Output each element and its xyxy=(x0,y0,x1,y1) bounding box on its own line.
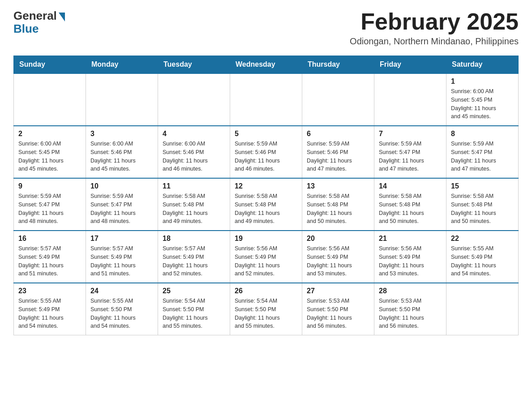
day-info: Sunrise: 6:00 AMSunset: 5:46 PMDaylight:… xyxy=(90,140,153,173)
calendar-cell: 11Sunrise: 5:58 AMSunset: 5:48 PMDayligh… xyxy=(158,178,230,231)
calendar-cell: 8Sunrise: 5:59 AMSunset: 5:47 PMDaylight… xyxy=(446,126,519,178)
day-number: 10 xyxy=(90,182,153,190)
calendar-header-tuesday: Tuesday xyxy=(158,56,230,74)
calendar-cell: 2Sunrise: 6:00 AMSunset: 5:45 PMDaylight… xyxy=(14,126,86,178)
day-info: Sunrise: 5:56 AMSunset: 5:49 PMDaylight:… xyxy=(379,244,442,278)
day-info: Sunrise: 5:57 AMSunset: 5:49 PMDaylight:… xyxy=(90,244,153,278)
calendar-cell: 7Sunrise: 5:59 AMSunset: 5:47 PMDaylight… xyxy=(374,126,446,178)
calendar-cell: 4Sunrise: 6:00 AMSunset: 5:46 PMDaylight… xyxy=(158,126,230,178)
day-info: Sunrise: 5:59 AMSunset: 5:47 PMDaylight:… xyxy=(90,192,153,226)
day-number: 3 xyxy=(90,130,153,138)
calendar-cell: 22Sunrise: 5:55 AMSunset: 5:49 PMDayligh… xyxy=(446,231,519,283)
day-number: 21 xyxy=(379,235,442,243)
logo-blue-text: Blue xyxy=(13,22,39,36)
day-number: 20 xyxy=(307,235,369,243)
day-number: 14 xyxy=(379,182,442,190)
calendar-cell xyxy=(86,73,158,126)
day-number: 6 xyxy=(307,130,369,138)
day-info: Sunrise: 5:54 AMSunset: 5:50 PMDaylight:… xyxy=(235,297,297,330)
title-block: February 2025 Odiongan, Northern Mindana… xyxy=(350,9,519,47)
day-number: 4 xyxy=(163,130,225,138)
day-number: 27 xyxy=(307,287,369,295)
day-number: 5 xyxy=(235,130,297,138)
calendar-cell: 21Sunrise: 5:56 AMSunset: 5:49 PMDayligh… xyxy=(374,231,446,283)
calendar-cell: 27Sunrise: 5:53 AMSunset: 5:50 PMDayligh… xyxy=(302,283,374,335)
calendar-cell: 14Sunrise: 5:58 AMSunset: 5:48 PMDayligh… xyxy=(374,178,446,231)
calendar-cell: 6Sunrise: 5:59 AMSunset: 5:46 PMDaylight… xyxy=(302,126,374,178)
day-number: 28 xyxy=(379,287,442,295)
calendar-header-monday: Monday xyxy=(86,56,158,74)
page-header: General Blue February 2025 Odiongan, Nor… xyxy=(13,9,519,47)
calendar-cell: 3Sunrise: 6:00 AMSunset: 5:46 PMDaylight… xyxy=(86,126,158,178)
calendar-cell xyxy=(230,73,302,126)
calendar-cell: 25Sunrise: 5:54 AMSunset: 5:50 PMDayligh… xyxy=(158,283,230,335)
calendar-cell: 12Sunrise: 5:58 AMSunset: 5:48 PMDayligh… xyxy=(230,178,302,231)
day-info: Sunrise: 5:59 AMSunset: 5:46 PMDaylight:… xyxy=(235,140,297,173)
calendar-header-wednesday: Wednesday xyxy=(230,56,302,74)
day-number: 18 xyxy=(163,235,225,243)
day-number: 11 xyxy=(163,182,225,190)
day-info: Sunrise: 5:55 AMSunset: 5:49 PMDaylight:… xyxy=(18,297,81,330)
day-number: 9 xyxy=(18,182,81,190)
week-row-3: 9Sunrise: 5:59 AMSunset: 5:47 PMDaylight… xyxy=(14,178,519,231)
calendar-cell: 23Sunrise: 5:55 AMSunset: 5:49 PMDayligh… xyxy=(14,283,86,335)
calendar-cell: 5Sunrise: 5:59 AMSunset: 5:46 PMDaylight… xyxy=(230,126,302,178)
calendar-cell xyxy=(446,283,519,335)
day-info: Sunrise: 5:56 AMSunset: 5:49 PMDaylight:… xyxy=(235,244,297,278)
calendar-cell: 20Sunrise: 5:56 AMSunset: 5:49 PMDayligh… xyxy=(302,231,374,283)
calendar-cell xyxy=(158,73,230,126)
week-row-2: 2Sunrise: 6:00 AMSunset: 5:45 PMDaylight… xyxy=(14,126,519,178)
calendar-table: SundayMondayTuesdayWednesdayThursdayFrid… xyxy=(13,56,519,335)
calendar-cell: 17Sunrise: 5:57 AMSunset: 5:49 PMDayligh… xyxy=(86,231,158,283)
day-info: Sunrise: 5:58 AMSunset: 5:48 PMDaylight:… xyxy=(451,192,514,226)
calendar-cell xyxy=(14,73,86,126)
calendar-header-thursday: Thursday xyxy=(302,56,374,74)
calendar-cell: 1Sunrise: 6:00 AMSunset: 5:45 PMDaylight… xyxy=(446,73,519,126)
calendar-cell: 9Sunrise: 5:59 AMSunset: 5:47 PMDaylight… xyxy=(14,178,86,231)
day-info: Sunrise: 5:59 AMSunset: 5:46 PMDaylight:… xyxy=(307,140,369,173)
calendar-title: February 2025 xyxy=(350,9,519,34)
logo-arrow-icon xyxy=(59,13,65,21)
day-number: 2 xyxy=(18,130,81,138)
calendar-cell xyxy=(302,73,374,126)
calendar-cell: 15Sunrise: 5:58 AMSunset: 5:48 PMDayligh… xyxy=(446,178,519,231)
day-info: Sunrise: 5:57 AMSunset: 5:49 PMDaylight:… xyxy=(163,244,225,278)
day-info: Sunrise: 5:59 AMSunset: 5:47 PMDaylight:… xyxy=(451,140,514,173)
day-info: Sunrise: 5:57 AMSunset: 5:49 PMDaylight:… xyxy=(18,244,81,278)
calendar-header-sunday: Sunday xyxy=(14,56,86,74)
calendar-header-saturday: Saturday xyxy=(446,56,519,74)
day-number: 22 xyxy=(451,235,514,243)
day-info: Sunrise: 5:58 AMSunset: 5:48 PMDaylight:… xyxy=(235,192,297,226)
calendar-cell: 16Sunrise: 5:57 AMSunset: 5:49 PMDayligh… xyxy=(14,231,86,283)
logo: General Blue xyxy=(13,9,65,36)
calendar-header-friday: Friday xyxy=(374,56,446,74)
calendar-cell xyxy=(374,73,446,126)
day-info: Sunrise: 5:58 AMSunset: 5:48 PMDaylight:… xyxy=(379,192,442,226)
calendar-cell: 13Sunrise: 5:58 AMSunset: 5:48 PMDayligh… xyxy=(302,178,374,231)
day-info: Sunrise: 5:58 AMSunset: 5:48 PMDaylight:… xyxy=(307,192,369,226)
day-number: 19 xyxy=(235,235,297,243)
day-info: Sunrise: 5:56 AMSunset: 5:49 PMDaylight:… xyxy=(307,244,369,278)
logo-general-text: General xyxy=(13,9,57,23)
day-number: 25 xyxy=(163,287,225,295)
calendar-subtitle: Odiongan, Northern Mindanao, Philippines xyxy=(350,36,519,47)
week-row-4: 16Sunrise: 5:57 AMSunset: 5:49 PMDayligh… xyxy=(14,231,519,283)
calendar-cell: 10Sunrise: 5:59 AMSunset: 5:47 PMDayligh… xyxy=(86,178,158,231)
day-info: Sunrise: 5:53 AMSunset: 5:50 PMDaylight:… xyxy=(307,297,369,330)
day-number: 24 xyxy=(90,287,153,295)
day-info: Sunrise: 5:53 AMSunset: 5:50 PMDaylight:… xyxy=(379,297,442,330)
day-info: Sunrise: 6:00 AMSunset: 5:45 PMDaylight:… xyxy=(18,140,81,173)
day-number: 23 xyxy=(18,287,81,295)
day-info: Sunrise: 6:00 AMSunset: 5:46 PMDaylight:… xyxy=(163,140,225,173)
day-number: 16 xyxy=(18,235,81,243)
day-number: 17 xyxy=(90,235,153,243)
calendar-header-row: SundayMondayTuesdayWednesdayThursdayFrid… xyxy=(14,56,519,74)
day-info: Sunrise: 5:55 AMSunset: 5:49 PMDaylight:… xyxy=(451,244,514,278)
day-info: Sunrise: 5:58 AMSunset: 5:48 PMDaylight:… xyxy=(163,192,225,226)
day-info: Sunrise: 6:00 AMSunset: 5:45 PMDaylight:… xyxy=(451,87,514,121)
day-info: Sunrise: 5:59 AMSunset: 5:47 PMDaylight:… xyxy=(379,140,442,173)
week-row-5: 23Sunrise: 5:55 AMSunset: 5:49 PMDayligh… xyxy=(14,283,519,335)
day-number: 12 xyxy=(235,182,297,190)
calendar-cell: 26Sunrise: 5:54 AMSunset: 5:50 PMDayligh… xyxy=(230,283,302,335)
day-info: Sunrise: 5:59 AMSunset: 5:47 PMDaylight:… xyxy=(18,192,81,226)
